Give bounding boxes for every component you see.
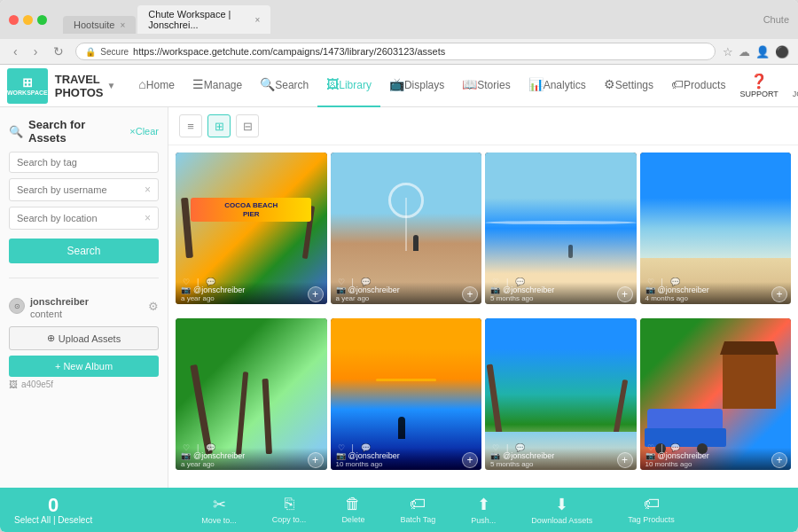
photo-1-add-button[interactable]: + bbox=[308, 286, 324, 302]
upload-assets-button[interactable]: ⊕ Upload Assets bbox=[9, 326, 159, 350]
clear-location-icon[interactable]: × bbox=[145, 212, 151, 224]
move-to-button[interactable]: ✂ Move to... bbox=[184, 491, 254, 528]
like-icon-3[interactable]: ♡ bbox=[492, 278, 499, 286]
tag-products-button[interactable]: 🏷 Tag Products bbox=[610, 491, 692, 528]
like-icon-4[interactable]: ♡ bbox=[647, 278, 654, 286]
divider-icon-7: | bbox=[506, 443, 508, 452]
nav-item-home[interactable]: ⌂ Home bbox=[129, 65, 183, 107]
photo-card-5[interactable]: 📷 @jonschreiber a year ago + ♡ | bbox=[176, 318, 327, 470]
comment-icon-4[interactable]: 💬 bbox=[670, 278, 680, 286]
nav-item-settings[interactable]: ⚙ Settings bbox=[595, 65, 662, 107]
push-button[interactable]: ⬆ Push... bbox=[453, 491, 513, 528]
search-location-input[interactable]: × bbox=[9, 207, 159, 230]
extension-button[interactable]: ☁ bbox=[739, 45, 750, 59]
analytics-icon: 📊 bbox=[528, 77, 544, 91]
tab-chute[interactable]: Chute Workspace | Jonschrei... × bbox=[137, 5, 270, 34]
select-all-deselect[interactable]: Select All | Deselect bbox=[14, 515, 92, 525]
nav-item-library[interactable]: 🖼 Library bbox=[317, 65, 380, 107]
like-icon[interactable]: ♡ bbox=[183, 278, 190, 286]
album-item[interactable]: 🖼 a409e5f bbox=[9, 377, 159, 392]
bookmark-button[interactable]: ☆ bbox=[723, 45, 733, 59]
divider-icon-8: | bbox=[661, 443, 663, 452]
search-nav-icon: 🔍 bbox=[260, 77, 275, 91]
search-assets-button[interactable]: Search bbox=[9, 239, 159, 263]
support-button[interactable]: ❓ SUPPORT bbox=[734, 69, 783, 102]
search-header: 🔍 Search for Assets ×Clear bbox=[9, 118, 159, 145]
photo-7-add-button[interactable]: + bbox=[617, 452, 633, 468]
search-tag-input[interactable] bbox=[9, 152, 159, 173]
delete-button[interactable]: 🗑 Delete bbox=[324, 491, 382, 528]
nav-home-label: Home bbox=[146, 79, 175, 91]
sidebar-divider bbox=[9, 278, 159, 278]
nav-item-displays[interactable]: 📺 Displays bbox=[380, 65, 453, 107]
tab-chute-close[interactable]: × bbox=[254, 15, 260, 25]
search-username-input[interactable]: × bbox=[9, 178, 159, 201]
like-icon-5[interactable]: ♡ bbox=[183, 443, 190, 452]
batch-tag-button[interactable]: 🏷 Batch Tag bbox=[382, 491, 453, 528]
menu-button[interactable]: ⚫ bbox=[775, 45, 789, 59]
nav-item-stories[interactable]: 📖 Stories bbox=[453, 65, 519, 107]
minimize-window-btn[interactable] bbox=[23, 15, 33, 25]
tab-hootsuite[interactable]: Hootsuite × bbox=[63, 16, 136, 34]
photo-8-add-button[interactable]: + bbox=[771, 452, 787, 468]
maximize-window-btn[interactable] bbox=[37, 15, 47, 25]
browser-frame: Hootsuite × Chute Workspace | Jonschrei.… bbox=[0, 0, 798, 532]
photo-card-6[interactable]: 📷 @jonschreiber 10 months ago + ♡ | bbox=[331, 318, 482, 470]
like-icon-7[interactable]: ♡ bbox=[492, 443, 499, 452]
photo-card-7[interactable]: 📷 @jonschreiber 5 months ago + ♡ | bbox=[485, 318, 637, 470]
browser-title: Chute bbox=[763, 14, 789, 25]
workspace-logo[interactable]: ⊞ WORKSPACE bbox=[7, 68, 48, 104]
photo-2-add-button[interactable]: + bbox=[462, 286, 478, 302]
comment-icon-8[interactable]: 💬 bbox=[670, 443, 680, 452]
photo-card-8[interactable]: 📷 @jonschreiber 10 months ago + ♡ | bbox=[640, 318, 792, 470]
photo-card-2[interactable]: 📷 @jonschreiber a year ago + ♡ | bbox=[331, 153, 482, 304]
nav-products-label: Products bbox=[684, 79, 725, 91]
photo-2-reactions: ♡ | 💬 bbox=[338, 278, 371, 286]
comment-icon[interactable]: 💬 bbox=[206, 278, 215, 286]
campaign-name[interactable]: TRAVEL PHOTOS ▼ bbox=[55, 73, 116, 99]
comment-icon-3[interactable]: 💬 bbox=[515, 278, 525, 286]
profile-button[interactable]: 👤 bbox=[755, 45, 770, 59]
content-toolbar: ≡ ⊞ ⊟ bbox=[168, 107, 798, 145]
like-icon-8[interactable]: ♡ bbox=[647, 443, 654, 452]
photo-3-add-button[interactable]: + bbox=[617, 286, 633, 302]
back-button[interactable]: ‹ bbox=[9, 43, 22, 60]
list-view-button[interactable]: ≡ bbox=[179, 114, 202, 137]
clear-username-icon[interactable]: × bbox=[145, 184, 151, 196]
large-grid-view-button[interactable]: ⊟ bbox=[236, 114, 259, 137]
photo-card-3[interactable]: 📷 @jonschreiber 5 months ago + ♡ | bbox=[485, 153, 637, 304]
nav-item-manage[interactable]: ☰ Manage bbox=[184, 65, 251, 107]
divider-icon-4: | bbox=[661, 278, 663, 286]
photo-card-1[interactable]: COCOA BEACH PIER 📷 @jonschreiber a year … bbox=[176, 153, 327, 304]
comment-icon-6[interactable]: 💬 bbox=[361, 443, 371, 452]
comment-icon-7[interactable]: 💬 bbox=[515, 443, 525, 452]
photo-6-add-button[interactable]: + bbox=[462, 452, 478, 468]
copy-to-button[interactable]: ⎘ Copy to... bbox=[254, 491, 325, 528]
search-username-field[interactable] bbox=[17, 184, 145, 195]
close-window-btn[interactable] bbox=[9, 15, 19, 25]
divider-icon: | bbox=[197, 278, 199, 286]
reload-button[interactable]: ↻ bbox=[49, 43, 68, 60]
nav-item-products[interactable]: 🏷 Products bbox=[662, 65, 734, 107]
nav-item-search[interactable]: 🔍 Search bbox=[251, 65, 317, 107]
forward-button[interactable]: › bbox=[29, 43, 43, 60]
photo-5-add-button[interactable]: + bbox=[308, 452, 324, 468]
user-settings-icon[interactable]: ⚙ bbox=[148, 300, 159, 313]
like-icon-2[interactable]: ♡ bbox=[338, 278, 345, 286]
photo-4-add-button[interactable]: + bbox=[771, 286, 787, 302]
like-icon-6[interactable]: ♡ bbox=[338, 443, 345, 452]
delete-icon: 🗑 bbox=[345, 495, 361, 513]
search-tag-field[interactable] bbox=[17, 157, 151, 168]
download-assets-button[interactable]: ⬇ Download Assets bbox=[513, 491, 610, 528]
comment-icon-2[interactable]: 💬 bbox=[361, 278, 371, 286]
search-location-field[interactable] bbox=[17, 213, 145, 223]
jonathan-button[interactable]: 👤 JONATHAN... bbox=[787, 69, 798, 102]
url-bar[interactable]: 🔒 Secure https://workspace.getchute.com/… bbox=[75, 43, 716, 60]
clear-search-link[interactable]: ×Clear bbox=[129, 126, 159, 137]
grid-view-button[interactable]: ⊞ bbox=[207, 114, 231, 137]
nav-item-analytics[interactable]: 📊 Analytics bbox=[520, 65, 595, 107]
tab-hootsuite-close[interactable]: × bbox=[120, 20, 125, 30]
new-album-button[interactable]: + New Album bbox=[9, 356, 159, 377]
photo-card-4[interactable]: 📷 @jonschreiber 4 months ago + ♡ | bbox=[640, 153, 792, 304]
comment-icon-5[interactable]: 💬 bbox=[206, 443, 215, 452]
